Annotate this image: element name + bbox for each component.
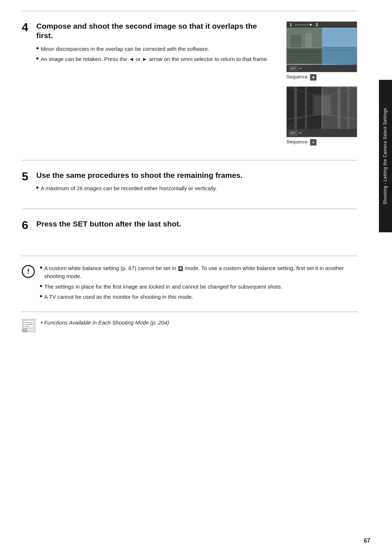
dotted-line-bottom	[22, 311, 357, 312]
arrow-badge-1: ↵	[299, 66, 302, 70]
svg-rect-19	[305, 87, 307, 130]
step5-title: Use the same procedures to shoot the rem…	[36, 171, 242, 180]
sequence-label-2: Sequence ●	[286, 139, 357, 146]
seq1-left-svg	[287, 28, 322, 64]
note-svg-icon	[22, 319, 35, 332]
seq1-num2: 2	[316, 23, 318, 27]
stitch-mode-icon: ⊞	[178, 266, 183, 271]
set-icon-2: SET	[289, 131, 298, 135]
step6-title: Press the SET button after the last shot…	[36, 219, 181, 229]
camera-image-block-2: SET ↵ Sequence ●	[286, 86, 357, 146]
bullet-dot	[36, 47, 38, 49]
seq2-bottom-bar: SET ↵	[287, 129, 357, 137]
seq1-img-left	[287, 28, 322, 65]
warning-dot-2	[40, 285, 42, 287]
step5-bullet-1: A maximum of 26 images can be recorded e…	[36, 184, 242, 193]
warning-bullet-2-text: The settings in place for the first imag…	[44, 283, 357, 291]
warning-bullet-1-text: A custom white balance setting (p. 87) c…	[44, 264, 357, 281]
page-container: Shooting - Letting the Camera Select Set…	[0, 0, 392, 555]
svg-rect-3	[305, 33, 312, 48]
sequence-icon-2: ●	[310, 139, 317, 146]
step5-header: 5 Use the same procedures to shoot the r…	[22, 171, 357, 195]
svg-rect-26	[24, 321, 34, 328]
sequence-icon-1: ■	[310, 74, 317, 81]
svg-rect-10	[326, 49, 354, 51]
corridor-svg	[287, 87, 357, 130]
warning-bullet-3-text: A TV cannot be used as the monitor for s…	[44, 293, 357, 301]
page-number: 67	[364, 538, 370, 544]
step4-section: 4 Compose and shoot the second image so …	[22, 11, 357, 160]
seq1-arrow: ————►	[295, 23, 313, 26]
note-text: • Functions Available in Each Shooting M…	[41, 319, 169, 327]
step5-bullet-dot	[36, 187, 38, 189]
svg-rect-30	[22, 328, 27, 332]
svg-rect-8	[322, 46, 357, 64]
svg-rect-5	[289, 51, 320, 53]
warning-icon: !	[22, 265, 35, 278]
svg-rect-9	[322, 46, 357, 46]
step6-number: 6	[22, 219, 33, 231]
side-tab-text: Shooting - Letting the Camera Select Set…	[383, 108, 388, 204]
step5-content: Use the same procedures to shoot the rem…	[36, 171, 242, 195]
seq1-img-right	[322, 28, 357, 65]
camera-screen-1: 1 ————► 2	[286, 21, 357, 72]
dotted-line-top	[22, 256, 357, 256]
step5-bullets: A maximum of 26 images can be recorded e…	[36, 184, 242, 193]
seq1-images	[287, 28, 357, 65]
step6-header: 6 Press the SET button after the last sh…	[22, 219, 357, 231]
seq1-num1: 1	[290, 23, 292, 27]
step4-header: 4 Compose and shoot the second image so …	[22, 21, 275, 41]
svg-rect-4	[287, 48, 322, 48]
step4-right: 1 ————► 2	[286, 21, 357, 151]
svg-rect-18	[294, 87, 297, 130]
warning-bullet-3: A TV cannot be used as the monitor for s…	[40, 293, 357, 301]
step4-bullet-2: An image can be retaken. Press the ◄ or …	[36, 55, 275, 64]
step4-bullets: Minor discrepancies in the overlap can b…	[36, 45, 275, 64]
arrow-badge-2: ↵	[299, 131, 302, 135]
svg-rect-2	[290, 35, 301, 48]
bullet-dot-2	[36, 57, 38, 60]
svg-rect-6	[290, 55, 318, 56]
warning-content: ! A custom white balance setting (p. 87)…	[22, 260, 357, 308]
warning-bullet-1: A custom white balance setting (p. 87) c…	[40, 264, 357, 281]
step6-section: 6 Press the SET button after the last sh…	[22, 209, 357, 241]
note-page-ref: (p. 204)	[149, 319, 169, 326]
main-content: 4 Compose and shoot the second image so …	[0, 0, 379, 354]
step4-title: Compose and shoot the second image so th…	[36, 21, 275, 41]
step5-number: 5	[22, 171, 33, 182]
step4-bullet-1: Minor discrepancies in the overlap can b…	[36, 45, 275, 53]
svg-rect-24	[322, 87, 357, 130]
seq1-bottom-bar: SET ↵	[287, 65, 357, 72]
step4-number: 4	[22, 21, 33, 33]
step5-bullet-1-text: A maximum of 26 images can be recorded e…	[41, 184, 242, 193]
warning-section: ! A custom white balance setting (p. 87)…	[22, 256, 357, 343]
seq1-top-bar: 1 ————► 2	[287, 22, 357, 28]
set-icon-1: SET	[289, 66, 298, 71]
seq1-right-svg	[322, 28, 357, 64]
warning-bullet-2: The settings in place for the first imag…	[40, 283, 357, 291]
side-tab: Shooting - Letting the Camera Select Set…	[379, 80, 392, 232]
warning-bullets: A custom white balance setting (p. 87) c…	[40, 264, 357, 303]
step4-bullet-1-text: Minor discrepancies in the overlap can b…	[41, 45, 275, 53]
note-icon	[22, 319, 36, 332]
warning-dot-3	[40, 295, 42, 297]
step4-bullet-2-text: An image can be retaken. Press the ◄ or …	[41, 55, 275, 64]
step6-bold: SET	[73, 220, 87, 228]
sequence-label-1: Sequence ■	[286, 74, 357, 81]
step4-left: 4 Compose and shoot the second image so …	[22, 21, 275, 66]
warning-dot-1	[40, 266, 42, 269]
step5-section: 5 Use the same procedures to shoot the r…	[22, 160, 357, 209]
note-section: • Functions Available in Each Shooting M…	[22, 316, 357, 335]
note-italic-text: Functions Available in Each Shooting Mod…	[44, 319, 149, 326]
camera-screen-2: SET ↵	[286, 86, 357, 137]
camera-image-block-1: 1 ————► 2	[286, 21, 357, 81]
